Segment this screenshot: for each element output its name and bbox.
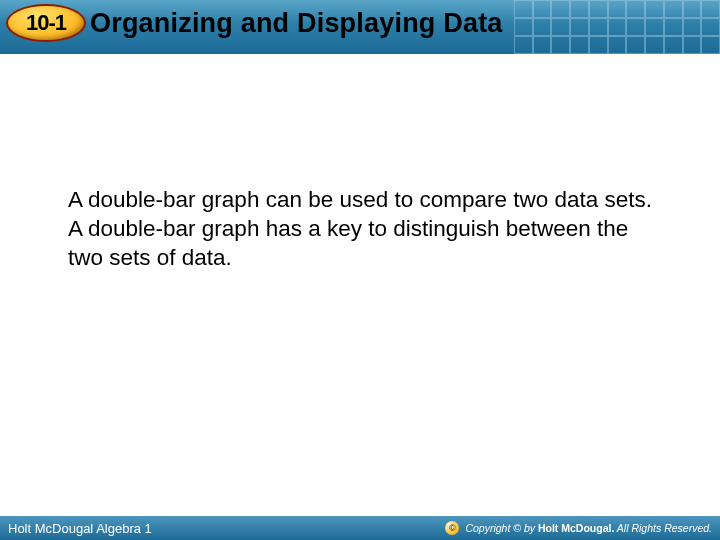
- header-grid-decoration: [514, 0, 720, 54]
- slide-title: Organizing and Displaying Data: [90, 8, 503, 39]
- body-paragraph: A double-bar graph can be used to compar…: [68, 186, 658, 272]
- footer-copyright: © Copyright © by Holt McDougal. All Righ…: [445, 521, 712, 535]
- footer-textbook: Holt McDougal Algebra 1: [8, 521, 152, 536]
- copyright-prefix: Copyright © by: [465, 522, 538, 534]
- slide-footer: Holt McDougal Algebra 1 © Copyright © by…: [0, 516, 720, 540]
- copyright-text: Copyright © by Holt McDougal. All Rights…: [465, 522, 712, 534]
- section-badge: 10-1: [6, 4, 86, 42]
- copyright-icon: ©: [445, 521, 459, 535]
- slide: 10-1 Organizing and Displaying Data A do…: [0, 0, 720, 540]
- slide-header: 10-1 Organizing and Displaying Data: [0, 0, 720, 54]
- copyright-brand: Holt McDougal.: [538, 522, 614, 534]
- section-number: 10-1: [26, 10, 66, 36]
- copyright-suffix: All Rights Reserved.: [614, 522, 712, 534]
